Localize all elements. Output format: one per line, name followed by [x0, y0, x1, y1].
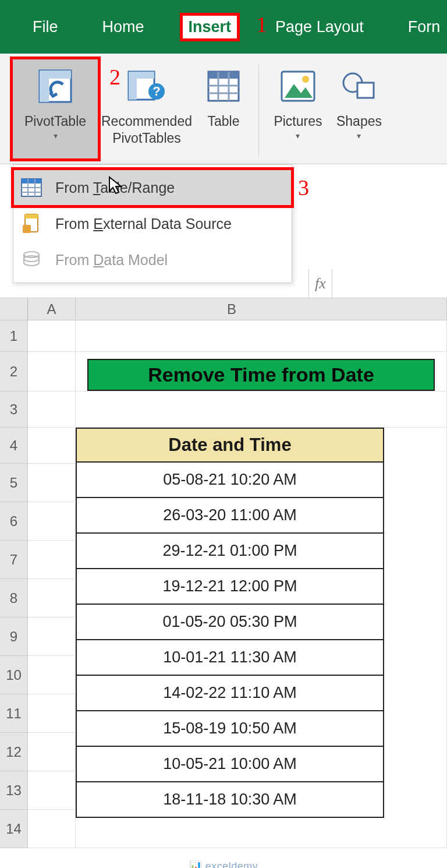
watermark: 📊 exceldemy EXCEL · DATA · BI	[0, 848, 447, 868]
table-header[interactable]: Date and Time	[76, 428, 384, 462]
column-header-B[interactable]: B	[76, 298, 447, 320]
pictures-label: Pictures	[274, 113, 322, 130]
from-data-model-item: From Data Model	[13, 242, 292, 278]
row-header[interactable]: 13	[0, 771, 28, 810]
row-header[interactable]: 8	[0, 579, 28, 618]
column-header-A[interactable]: A	[28, 298, 76, 320]
svg-rect-9	[208, 72, 239, 79]
recommended-pivottables-icon: ?	[127, 63, 166, 110]
svg-text:?: ?	[152, 84, 160, 98]
chevron-down-icon: ▾	[357, 131, 361, 142]
tab-home[interactable]: Home	[97, 16, 150, 38]
row-header[interactable]: 12	[0, 733, 28, 771]
from-external-data-item[interactable]: From External Data Source	[13, 206, 292, 242]
shapes-label: Shapes	[336, 113, 382, 130]
pivottable-label: PivotTable	[24, 113, 86, 130]
table-icon	[207, 63, 240, 110]
svg-rect-27	[23, 225, 31, 233]
sheet-title: Remove Time from Date	[87, 359, 435, 391]
row-header[interactable]: 3	[0, 391, 28, 428]
svg-point-16	[302, 76, 309, 83]
from-data-model-label: From Data Model	[55, 252, 168, 269]
pivottable-dropdown: From Table/Range From External Data Sour…	[13, 164, 292, 283]
from-table-range-item[interactable]: From Table/Range	[13, 170, 292, 206]
table-cell[interactable]: 19-12-21 12:00 PM	[76, 569, 384, 604]
table-cell[interactable]: 01-05-20 05:30 PM	[76, 604, 384, 640]
table-range-icon	[20, 177, 42, 199]
svg-rect-26	[25, 214, 38, 218]
cell[interactable]	[28, 428, 76, 464]
cell[interactable]	[28, 810, 76, 848]
tab-page-layout[interactable]: Page Layout	[269, 16, 370, 38]
row-header[interactable]: 7	[0, 541, 28, 579]
svg-rect-18	[357, 83, 374, 98]
table-cell[interactable]: 15-08-19 10:50 AM	[76, 711, 384, 746]
cell[interactable]	[28, 618, 76, 656]
tab-file[interactable]: File	[27, 16, 64, 38]
recommended-label-2: PivotTables	[112, 130, 181, 147]
shapes-button[interactable]: Shapes ▾	[330, 59, 388, 158]
cell[interactable]: Remove Time from Date	[76, 352, 447, 391]
table-cell[interactable]: 14-02-22 11:10 AM	[76, 675, 384, 711]
pivottable-icon	[37, 63, 73, 110]
tab-formulas[interactable]: Forn	[402, 16, 446, 38]
cell[interactable]	[28, 694, 76, 733]
table-cell[interactable]: 26-03-20 11:00 AM	[76, 497, 384, 533]
ribbon: PivotTable ▾ ? Recommended PivotTables	[0, 54, 447, 164]
select-all-corner[interactable]	[0, 298, 28, 320]
row-header[interactable]: 2	[0, 352, 28, 391]
cell[interactable]	[28, 541, 76, 579]
svg-rect-20	[22, 179, 41, 184]
annotation-3: 3	[298, 175, 309, 200]
cell[interactable]	[28, 352, 76, 391]
recommended-pivottables-button[interactable]: ? Recommended PivotTables	[98, 59, 196, 158]
cell[interactable]	[28, 464, 76, 502]
table-label: Table	[207, 113, 239, 130]
svg-rect-5	[129, 72, 137, 100]
table-cell[interactable]: 18-11-18 10:30 AM	[76, 782, 384, 817]
ribbon-separator	[258, 64, 259, 157]
ribbon-tabs: File Home Insert Page Layout Forn	[0, 0, 447, 54]
row-header[interactable]: 9	[0, 618, 28, 656]
cell[interactable]	[28, 391, 76, 428]
table-cell[interactable]: 10-01-21 11:30 AM	[76, 640, 384, 675]
row-header[interactable]: 4	[0, 428, 28, 464]
svg-rect-2	[40, 70, 49, 102]
chevron-down-icon: ▾	[54, 131, 58, 142]
table-cell[interactable]: 05-08-21 10:20 AM	[76, 462, 384, 497]
row-header[interactable]: 1	[0, 320, 28, 352]
cell[interactable]	[28, 320, 76, 352]
chevron-down-icon: ▾	[296, 131, 300, 142]
table-cell[interactable]: 29-12-21 01:00 PM	[76, 533, 384, 569]
cell[interactable]	[28, 502, 76, 541]
row-header[interactable]: 5	[0, 464, 28, 502]
table-cell[interactable]: 10-05-21 10:00 AM	[76, 746, 384, 782]
row-header[interactable]: 14	[0, 810, 28, 848]
pictures-button[interactable]: Pictures ▾	[266, 59, 330, 158]
pictures-icon	[280, 63, 316, 110]
cell[interactable]	[28, 656, 76, 694]
fx-label: fx	[308, 269, 332, 298]
worksheet-grid: A B 1 2 Remove Time from Date 3 4 Date a…	[0, 298, 447, 848]
watermark-brand: 📊 exceldemy	[189, 860, 258, 868]
recommended-label-1: Recommended	[101, 113, 192, 130]
data-model-icon	[20, 249, 42, 271]
cell[interactable]	[28, 579, 76, 618]
from-external-data-label: From External Data Source	[55, 216, 232, 232]
shapes-icon	[341, 63, 377, 110]
pivottable-button[interactable]: PivotTable ▾	[13, 59, 98, 158]
cell[interactable]	[76, 320, 447, 352]
row-header[interactable]: 11	[0, 694, 28, 733]
row-header[interactable]: 6	[0, 502, 28, 541]
formula-input[interactable]	[332, 269, 447, 298]
cell[interactable]	[76, 391, 447, 428]
cell[interactable]	[28, 733, 76, 771]
external-data-icon	[20, 213, 42, 235]
row-header[interactable]: 10	[0, 656, 28, 694]
from-table-range-label: From Table/Range	[55, 179, 175, 196]
tab-insert[interactable]: Insert	[183, 16, 237, 38]
cell[interactable]	[28, 771, 76, 810]
data-table-area: Date and Time 05-08-21 10:20 AM 26-03-20…	[76, 428, 447, 848]
table-button[interactable]: Table	[196, 59, 251, 158]
svg-point-29	[24, 256, 39, 262]
